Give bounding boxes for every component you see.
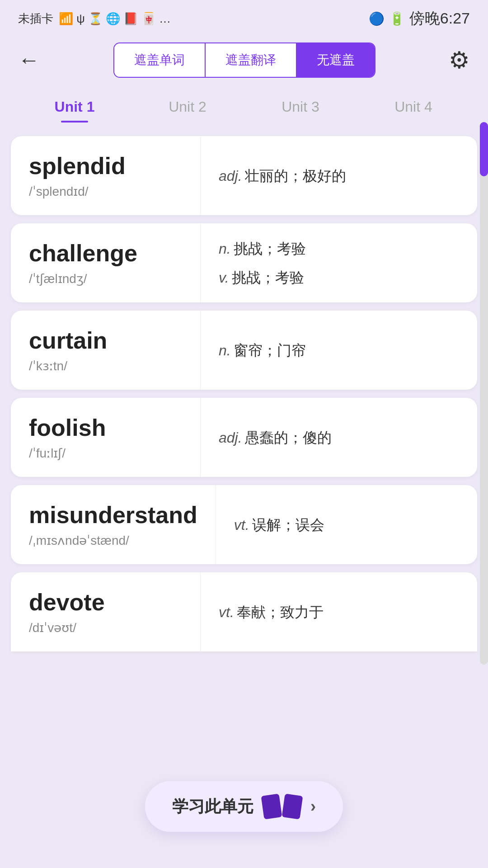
meaning-devote-0: 奉献；致力于: [237, 604, 324, 620]
word-text-curtain: curtain: [29, 327, 182, 354]
word-card-splendid: splendid /ˈsplendɪd/ adj.壮丽的；极好的: [11, 136, 477, 215]
word-card-foolish: foolish /ˈfuːlɪʃ/ adj.愚蠢的；傻的: [11, 398, 477, 477]
study-icon: [263, 795, 301, 818]
no-cover-button[interactable]: 无遮盖: [297, 43, 375, 77]
word-list: splendid /ˈsplendɪd/ adj.壮丽的；极好的 challen…: [0, 136, 488, 751]
word-right-challenge: n.挑战；考验 v.挑战；考验: [201, 223, 477, 302]
pos-curtain-0: n.: [219, 342, 231, 359]
tab-unit2[interactable]: Unit 2: [131, 91, 244, 123]
word-right-foolish: adj.愚蠢的；傻的: [201, 398, 477, 477]
tab-unit1[interactable]: Unit 1: [18, 91, 131, 123]
meaning-splendid-0: 壮丽的；极好的: [245, 168, 346, 184]
word-phonetic-challenge: /ˈtʃælɪndʒ/: [29, 271, 182, 286]
status-right: 🔵 🔋 傍晚6:27: [369, 8, 470, 29]
study-unit-label: 学习此单元: [172, 796, 253, 818]
meaning-challenge-0: 挑战；考验: [234, 241, 306, 257]
word-phonetic-foolish: /ˈfuːlɪʃ/: [29, 446, 182, 461]
study-unit-button[interactable]: 学习此单元 ›: [145, 781, 343, 832]
scroll-thumb: [480, 122, 488, 176]
settings-button[interactable]: ⚙: [449, 47, 470, 74]
meaning-misunderstand-0: 误解；误会: [252, 517, 324, 533]
word-def-challenge-1: v.挑战；考验: [219, 267, 459, 288]
word-left-misunderstand: misunderstand /ˌmɪsʌndəˈstænd/: [11, 485, 216, 564]
status-left: 未插卡 📶 ψ ⏳ 🌐 📕 🀄 …: [18, 11, 171, 27]
filter-group: 遮盖单词 遮盖翻译 无遮盖: [113, 42, 375, 78]
word-phonetic-devote: /dɪˈvəʊt/: [29, 620, 182, 635]
status-time: 傍晚6:27: [409, 8, 470, 29]
word-def-splendid-0: adj.壮丽的；极好的: [219, 165, 459, 187]
pos-challenge-0: n.: [219, 241, 231, 257]
word-text-foolish: foolish: [29, 414, 182, 441]
tab-unit4[interactable]: Unit 4: [357, 91, 470, 123]
unit-tabs: Unit 1 Unit 2 Unit 3 Unit 4: [0, 87, 488, 136]
pos-devote-0: vt.: [219, 604, 234, 620]
word-card-curtain: curtain /ˈkɜːtn/ n.窗帘；门帘: [11, 311, 477, 390]
word-text-splendid: splendid: [29, 152, 182, 179]
word-right-devote: vt.奉献；致力于: [201, 572, 477, 651]
tab-unit3[interactable]: Unit 3: [244, 91, 357, 123]
word-phonetic-misunderstand: /ˌmɪsʌndəˈstænd/: [29, 533, 197, 548]
meaning-foolish-0: 愚蠢的；傻的: [245, 429, 332, 446]
meaning-challenge-1: 挑战；考验: [232, 269, 304, 286]
word-phonetic-splendid: /ˈsplendɪd/: [29, 184, 182, 199]
cover-word-button[interactable]: 遮盖单词: [114, 43, 206, 77]
word-def-challenge-0: n.挑战；考验: [219, 238, 459, 259]
word-text-misunderstand: misunderstand: [29, 501, 197, 528]
pos-foolish-0: adj.: [219, 429, 242, 446]
study-button-container: 学习此单元 ›: [145, 781, 343, 832]
word-def-curtain-0: n.窗帘；门帘: [219, 340, 459, 361]
cover-translation-button[interactable]: 遮盖翻译: [206, 43, 297, 77]
scroll-track[interactable]: [480, 122, 488, 665]
pos-challenge-1: v.: [219, 269, 229, 286]
word-def-devote-0: vt.奉献；致力于: [219, 601, 459, 623]
word-text-challenge: challenge: [29, 240, 182, 267]
study-icon-card-left: [261, 793, 282, 819]
status-bar: 未插卡 📶 ψ ⏳ 🌐 📕 🀄 … 🔵 🔋 傍晚6:27: [0, 0, 488, 33]
word-card-devote: devote /dɪˈvəʊt/ vt.奉献；致力于: [11, 572, 477, 651]
battery-icon: 🔋: [389, 11, 405, 26]
word-left-splendid: splendid /ˈsplendɪd/: [11, 136, 201, 215]
back-button[interactable]: ←: [18, 49, 40, 71]
study-icon-card-right: [282, 793, 303, 819]
word-phonetic-curtain: /ˈkɜːtn/: [29, 359, 182, 373]
pos-splendid-0: adj.: [219, 168, 242, 184]
carrier-text: 未插卡: [18, 11, 53, 27]
word-card-challenge: challenge /ˈtʃælɪndʒ/ n.挑战；考验 v.挑战；考验: [11, 223, 477, 302]
bluetooth-icon: 🔵: [369, 11, 385, 26]
top-bar: ← 遮盖单词 遮盖翻译 无遮盖 ⚙: [0, 33, 488, 87]
word-def-misunderstand-0: vt.误解；误会: [234, 514, 459, 536]
word-right-splendid: adj.壮丽的；极好的: [201, 136, 477, 215]
word-right-misunderstand: vt.误解；误会: [216, 485, 477, 564]
meaning-curtain-0: 窗帘；门帘: [234, 342, 306, 359]
study-arrow-icon: ›: [310, 797, 316, 816]
word-right-curtain: n.窗帘；门帘: [201, 311, 477, 390]
pos-misunderstand-0: vt.: [234, 517, 249, 533]
word-left-devote: devote /dɪˈvəʊt/: [11, 572, 201, 651]
word-card-misunderstand: misunderstand /ˌmɪsʌndəˈstænd/ vt.误解；误会: [11, 485, 477, 564]
status-icons: 📶 ψ ⏳ 🌐 📕 🀄 …: [59, 12, 171, 26]
word-left-foolish: foolish /ˈfuːlɪʃ/: [11, 398, 201, 477]
word-left-challenge: challenge /ˈtʃælɪndʒ/: [11, 223, 201, 302]
word-text-devote: devote: [29, 589, 182, 616]
word-left-curtain: curtain /ˈkɜːtn/: [11, 311, 201, 390]
word-def-foolish-0: adj.愚蠢的；傻的: [219, 427, 459, 448]
